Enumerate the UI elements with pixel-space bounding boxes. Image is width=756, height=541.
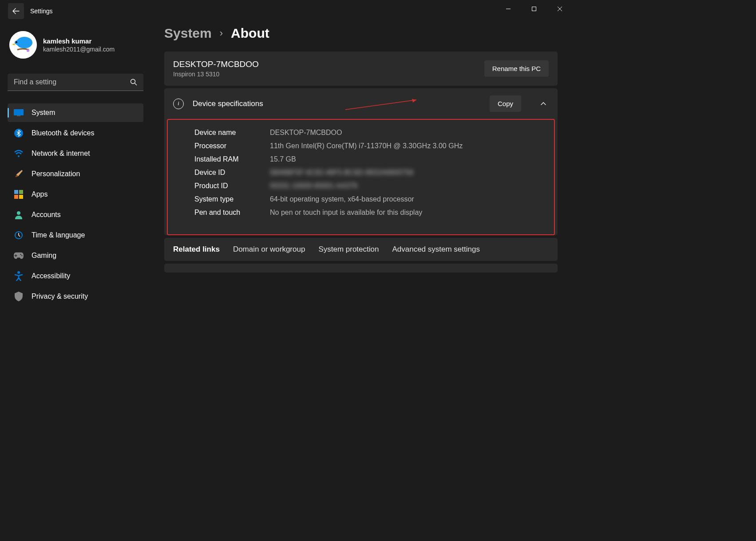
sidebar-item-accounts[interactable]: Accounts bbox=[8, 205, 143, 224]
svg-point-15 bbox=[17, 211, 20, 215]
spec-row: Device nameDESKTOP-7MCBDOO bbox=[194, 129, 544, 137]
accessibility-icon bbox=[14, 271, 24, 281]
svg-point-18 bbox=[20, 254, 21, 255]
svg-point-5 bbox=[27, 49, 29, 52]
sidebar-item-bluetooth-devices[interactable]: Bluetooth & devices bbox=[8, 124, 143, 142]
copy-button[interactable]: Copy bbox=[490, 95, 521, 112]
sidebar-item-label: Bluetooth & devices bbox=[32, 129, 94, 137]
spec-label: Installed RAM bbox=[194, 155, 270, 163]
titlebar: Settings bbox=[0, 0, 573, 22]
sidebar-item-label: Time & language bbox=[32, 231, 85, 239]
minimize-icon bbox=[506, 6, 511, 12]
info-icon: i bbox=[173, 99, 184, 109]
search-box[interactable] bbox=[8, 74, 143, 91]
sidebar-item-time-language[interactable]: Time & language bbox=[8, 226, 143, 245]
rename-pc-button[interactable]: Rename this PC bbox=[484, 60, 549, 77]
pc-info-card: DESKTOP-7MCBDOO Inspiron 13 5310 Rename … bbox=[164, 51, 558, 86]
svg-rect-0 bbox=[532, 7, 536, 11]
device-specs-card: i Device specifications Copy Device name… bbox=[164, 88, 558, 235]
sidebar-item-apps[interactable]: Apps bbox=[8, 185, 143, 204]
spec-value: DESKTOP-7MCBDOO bbox=[270, 129, 544, 137]
sidebar-item-network-internet[interactable]: Network & internet bbox=[8, 144, 143, 163]
spec-label: Device name bbox=[194, 129, 270, 137]
back-button[interactable] bbox=[8, 3, 24, 19]
pc-model: Inspiron 13 5310 bbox=[173, 71, 484, 78]
spec-value: 00331-10000-00001-AA376 bbox=[270, 182, 544, 190]
spec-row: Pen and touchNo pen or touch input is av… bbox=[194, 209, 544, 217]
related-link[interactable]: System protection bbox=[318, 245, 379, 254]
next-card-peek bbox=[164, 264, 558, 272]
spec-label: Product ID bbox=[194, 182, 270, 190]
svg-rect-14 bbox=[19, 195, 23, 199]
svg-rect-13 bbox=[14, 195, 18, 199]
bluetooth-icon bbox=[14, 128, 24, 138]
sidebar-item-label: Accounts bbox=[32, 211, 61, 219]
svg-point-20 bbox=[17, 271, 20, 274]
chevron-right-icon: › bbox=[220, 28, 223, 39]
spec-label: System type bbox=[194, 195, 270, 203]
spec-row: Processor11th Gen Intel(R) Core(TM) i7-1… bbox=[194, 142, 544, 150]
device-specs-title: Device specifications bbox=[193, 99, 481, 108]
sidebar-item-label: Personalization bbox=[32, 170, 80, 178]
minimize-button[interactable] bbox=[495, 0, 521, 18]
spec-row: Product ID00331-10000-00001-AA376 bbox=[194, 182, 544, 190]
spec-label: Pen and touch bbox=[194, 209, 270, 217]
avatar bbox=[9, 31, 37, 59]
sidebar-item-label: Accessibility bbox=[32, 272, 70, 280]
profile-email: kamlesh2011@gmail.com bbox=[43, 46, 115, 53]
profile[interactable]: kamlesh kumar kamlesh2011@gmail.com bbox=[8, 27, 143, 67]
svg-point-6 bbox=[131, 79, 135, 84]
spec-row: Installed RAM15.7 GB bbox=[194, 155, 544, 163]
main-content: System › About DESKTOP-7MCBDOO Inspiron … bbox=[151, 22, 573, 405]
breadcrumb-parent[interactable]: System bbox=[164, 26, 212, 41]
spec-value: No pen or touch input is available for t… bbox=[270, 209, 544, 217]
related-link[interactable]: Domain or workgroup bbox=[233, 245, 305, 254]
chevron-up-icon bbox=[540, 101, 546, 107]
breadcrumb: System › About bbox=[164, 26, 558, 41]
sidebar-item-label: System bbox=[32, 109, 55, 117]
search-icon bbox=[130, 79, 137, 86]
spec-label: Device ID bbox=[194, 169, 270, 177]
spec-value: 15.7 GB bbox=[270, 155, 544, 163]
sidebar: kamlesh kumar kamlesh2011@gmail.com Syst… bbox=[0, 22, 151, 405]
privacy-icon bbox=[14, 292, 24, 301]
collapse-toggle[interactable] bbox=[538, 101, 549, 107]
related-links-title: Related links bbox=[173, 245, 220, 254]
profile-name: kamlesh kumar bbox=[43, 37, 115, 45]
sidebar-item-accessibility[interactable]: Accessibility bbox=[8, 267, 143, 285]
spec-value: 11th Gen Intel(R) Core(TM) i7-11370H @ 3… bbox=[270, 142, 544, 150]
svg-rect-8 bbox=[17, 115, 20, 116]
maximize-button[interactable] bbox=[521, 0, 547, 18]
close-icon bbox=[557, 6, 562, 12]
sidebar-item-system[interactable]: System bbox=[8, 103, 143, 122]
back-arrow-icon bbox=[12, 8, 20, 15]
sidebar-item-personalization[interactable]: Personalization bbox=[8, 165, 143, 183]
device-specs-body: Device nameDESKTOP-7MCBDOOProcessor11th … bbox=[167, 119, 555, 235]
sidebar-item-gaming[interactable]: Gaming bbox=[8, 246, 143, 265]
svg-rect-7 bbox=[14, 109, 24, 115]
search-input[interactable] bbox=[14, 78, 130, 86]
app-title: Settings bbox=[30, 8, 53, 15]
page-title: About bbox=[231, 26, 269, 41]
sidebar-item-label: Privacy & security bbox=[32, 292, 88, 300]
spec-value: 64-bit operating system, x64-based proce… bbox=[270, 195, 544, 203]
sidebar-item-privacy-security[interactable]: Privacy & security bbox=[8, 287, 143, 306]
related-links-card: Related links Domain or workgroupSystem … bbox=[164, 238, 558, 261]
spec-value: 5B46BF5F-6C82-48F5-BC6D-8932A6800756 bbox=[270, 169, 544, 177]
spec-row: System type64-bit operating system, x64-… bbox=[194, 195, 544, 203]
sidebar-item-label: Gaming bbox=[32, 252, 56, 260]
svg-rect-11 bbox=[14, 190, 18, 194]
close-button[interactable] bbox=[547, 0, 573, 18]
brush-icon bbox=[14, 169, 24, 179]
related-link[interactable]: Advanced system settings bbox=[392, 245, 479, 254]
svg-point-4 bbox=[16, 41, 17, 43]
system-icon bbox=[14, 108, 24, 118]
spec-label: Processor bbox=[194, 142, 270, 150]
sidebar-item-label: Network & internet bbox=[32, 150, 90, 158]
gaming-icon bbox=[14, 251, 24, 261]
spec-row: Device ID5B46BF5F-6C82-48F5-BC6D-8932A68… bbox=[194, 169, 544, 177]
svg-point-10 bbox=[18, 155, 20, 157]
accounts-icon bbox=[14, 210, 24, 220]
pc-name: DESKTOP-7MCBDOO bbox=[173, 59, 484, 69]
apps-icon bbox=[14, 190, 24, 199]
